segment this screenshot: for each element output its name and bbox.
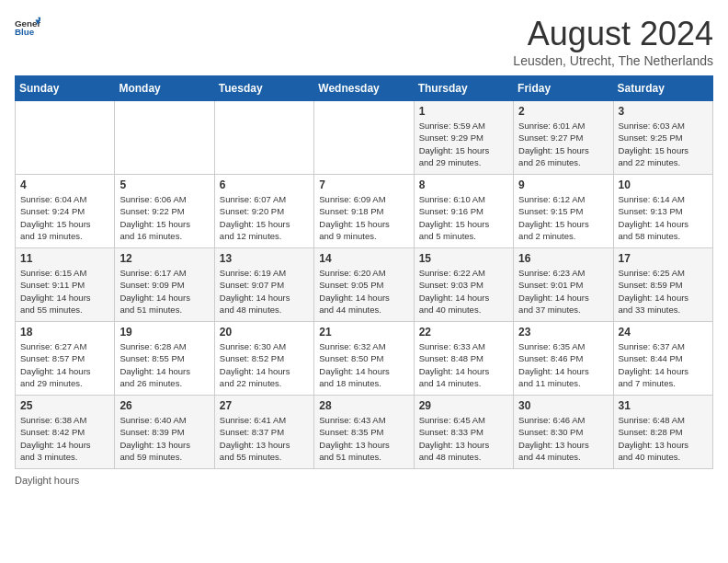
calendar-day-cell: 5Sunrise: 6:06 AMSunset: 9:22 PMDaylight… — [115, 175, 214, 248]
day-info: Sunrise: 6:06 AMSunset: 9:22 PMDaylight:… — [119, 193, 209, 242]
calendar-day-cell: 11Sunrise: 6:15 AMSunset: 9:11 PMDayligh… — [16, 248, 115, 322]
calendar-day-cell: 26Sunrise: 6:40 AMSunset: 8:39 PMDayligh… — [115, 396, 214, 469]
calendar-table: SundayMondayTuesdayWednesdayThursdayFrid… — [15, 75, 713, 469]
day-number: 1 — [419, 105, 508, 118]
calendar-day-cell: 7Sunrise: 6:09 AMSunset: 9:18 PMDaylight… — [314, 175, 414, 248]
day-number: 12 — [119, 252, 209, 265]
day-number: 14 — [319, 252, 408, 265]
day-info: Sunrise: 6:30 AMSunset: 8:52 PMDaylight:… — [220, 340, 309, 389]
calendar-day-header: Sunday — [16, 76, 115, 101]
day-info: Sunrise: 6:35 AMSunset: 8:46 PMDaylight:… — [518, 340, 608, 389]
calendar-day-cell: 17Sunrise: 6:25 AMSunset: 8:59 PMDayligh… — [613, 248, 712, 322]
calendar-day-cell: 10Sunrise: 6:14 AMSunset: 9:13 PMDayligh… — [613, 175, 712, 248]
day-info: Sunrise: 6:01 AMSunset: 9:27 PMDaylight:… — [518, 120, 608, 168]
calendar-day-cell — [16, 101, 115, 175]
calendar-day-cell: 3Sunrise: 6:03 AMSunset: 9:25 PMDaylight… — [613, 101, 712, 175]
day-info: Sunrise: 6:22 AMSunset: 9:03 PMDaylight:… — [419, 267, 508, 316]
day-number: 18 — [20, 326, 109, 339]
day-number: 4 — [20, 178, 109, 191]
day-info: Sunrise: 5:59 AMSunset: 9:29 PMDaylight:… — [419, 120, 508, 168]
day-number: 31 — [619, 399, 708, 412]
day-info: Sunrise: 6:07 AMSunset: 9:20 PMDaylight:… — [220, 193, 309, 242]
calendar-day-cell: 25Sunrise: 6:38 AMSunset: 8:42 PMDayligh… — [16, 396, 115, 469]
calendar-day-cell: 8Sunrise: 6:10 AMSunset: 9:16 PMDaylight… — [414, 175, 513, 248]
day-number: 13 — [220, 252, 309, 265]
calendar-day-cell — [214, 101, 313, 175]
day-info: Sunrise: 6:27 AMSunset: 8:57 PMDaylight:… — [20, 340, 109, 389]
calendar-day-cell: 16Sunrise: 6:23 AMSunset: 9:01 PMDayligh… — [514, 248, 613, 322]
calendar-day-cell: 19Sunrise: 6:28 AMSunset: 8:55 PMDayligh… — [115, 322, 214, 396]
calendar-day-cell: 31Sunrise: 6:48 AMSunset: 8:28 PMDayligh… — [613, 396, 712, 469]
logo-icon: General Blue — [15, 15, 40, 40]
day-info: Sunrise: 6:15 AMSunset: 9:11 PMDaylight:… — [20, 267, 109, 316]
day-info: Sunrise: 6:23 AMSunset: 9:01 PMDaylight:… — [518, 267, 608, 316]
calendar-day-cell — [314, 101, 414, 175]
day-number: 17 — [619, 252, 708, 265]
day-info: Sunrise: 6:20 AMSunset: 9:05 PMDaylight:… — [319, 267, 408, 316]
day-number: 2 — [518, 105, 608, 118]
calendar-day-cell: 27Sunrise: 6:41 AMSunset: 8:37 PMDayligh… — [214, 396, 313, 469]
calendar-day-cell: 18Sunrise: 6:27 AMSunset: 8:57 PMDayligh… — [16, 322, 115, 396]
calendar-day-cell: 4Sunrise: 6:04 AMSunset: 9:24 PMDaylight… — [16, 175, 115, 248]
calendar-week-row: 1Sunrise: 5:59 AMSunset: 9:29 PMDaylight… — [16, 101, 713, 175]
calendar-day-cell: 24Sunrise: 6:37 AMSunset: 8:44 PMDayligh… — [613, 322, 712, 396]
day-number: 15 — [419, 252, 508, 265]
day-info: Sunrise: 6:04 AMSunset: 9:24 PMDaylight:… — [20, 193, 109, 242]
day-number: 28 — [319, 399, 408, 412]
day-number: 21 — [319, 326, 408, 339]
calendar-day-cell: 14Sunrise: 6:20 AMSunset: 9:05 PMDayligh… — [314, 248, 414, 322]
daylight-label: Daylight hours — [15, 475, 79, 486]
calendar-day-cell: 13Sunrise: 6:19 AMSunset: 9:07 PMDayligh… — [214, 248, 313, 322]
day-info: Sunrise: 6:19 AMSunset: 9:07 PMDaylight:… — [220, 267, 309, 316]
page-header: General Blue August 2024 Leusden, Utrech… — [15, 15, 713, 68]
day-info: Sunrise: 6:32 AMSunset: 8:50 PMDaylight:… — [319, 340, 408, 389]
day-number: 5 — [119, 178, 209, 191]
day-number: 30 — [518, 399, 608, 412]
calendar-day-header: Monday — [115, 76, 214, 101]
day-info: Sunrise: 6:43 AMSunset: 8:35 PMDaylight:… — [319, 414, 408, 463]
day-info: Sunrise: 6:09 AMSunset: 9:18 PMDaylight:… — [319, 193, 408, 242]
calendar-day-header: Saturday — [613, 76, 712, 101]
day-number: 19 — [119, 326, 209, 339]
calendar-header-row: SundayMondayTuesdayWednesdayThursdayFrid… — [16, 76, 713, 101]
day-info: Sunrise: 6:17 AMSunset: 9:09 PMDaylight:… — [119, 267, 209, 316]
day-info: Sunrise: 6:46 AMSunset: 8:30 PMDaylight:… — [518, 414, 608, 463]
day-info: Sunrise: 6:14 AMSunset: 9:13 PMDaylight:… — [619, 193, 708, 242]
calendar-day-cell: 30Sunrise: 6:46 AMSunset: 8:30 PMDayligh… — [514, 396, 613, 469]
calendar-week-row: 4Sunrise: 6:04 AMSunset: 9:24 PMDaylight… — [16, 175, 713, 248]
day-number: 3 — [619, 105, 708, 118]
day-info: Sunrise: 6:28 AMSunset: 8:55 PMDaylight:… — [119, 340, 209, 389]
title-block: August 2024 Leusden, Utrecht, The Nether… — [513, 15, 713, 68]
day-info: Sunrise: 6:41 AMSunset: 8:37 PMDaylight:… — [220, 414, 309, 463]
day-number: 8 — [419, 178, 508, 191]
location-subtitle: Leusden, Utrecht, The Netherlands — [513, 53, 713, 68]
calendar-day-cell: 1Sunrise: 5:59 AMSunset: 9:29 PMDaylight… — [414, 101, 513, 175]
calendar-day-cell: 29Sunrise: 6:45 AMSunset: 8:33 PMDayligh… — [414, 396, 513, 469]
calendar-day-cell — [115, 101, 214, 175]
calendar-day-cell: 9Sunrise: 6:12 AMSunset: 9:15 PMDaylight… — [514, 175, 613, 248]
day-info: Sunrise: 6:45 AMSunset: 8:33 PMDaylight:… — [419, 414, 508, 463]
day-number: 10 — [619, 178, 708, 191]
month-title: August 2024 — [513, 15, 713, 53]
calendar-week-row: 18Sunrise: 6:27 AMSunset: 8:57 PMDayligh… — [16, 322, 713, 396]
day-info: Sunrise: 6:37 AMSunset: 8:44 PMDaylight:… — [619, 340, 708, 389]
calendar-day-cell: 23Sunrise: 6:35 AMSunset: 8:46 PMDayligh… — [514, 322, 613, 396]
day-number: 24 — [619, 326, 708, 339]
calendar-day-cell: 6Sunrise: 6:07 AMSunset: 9:20 PMDaylight… — [214, 175, 313, 248]
calendar-day-cell: 28Sunrise: 6:43 AMSunset: 8:35 PMDayligh… — [314, 396, 414, 469]
calendar-day-cell: 15Sunrise: 6:22 AMSunset: 9:03 PMDayligh… — [414, 248, 513, 322]
calendar-day-header: Thursday — [414, 76, 513, 101]
day-number: 27 — [220, 399, 309, 412]
calendar-day-header: Friday — [514, 76, 613, 101]
calendar-day-header: Wednesday — [314, 76, 414, 101]
svg-text:Blue: Blue — [15, 27, 35, 37]
day-number: 20 — [220, 326, 309, 339]
day-number: 23 — [518, 326, 608, 339]
logo: General Blue — [15, 15, 40, 40]
calendar-day-cell: 20Sunrise: 6:30 AMSunset: 8:52 PMDayligh… — [214, 322, 313, 396]
day-info: Sunrise: 6:25 AMSunset: 8:59 PMDaylight:… — [619, 267, 708, 316]
calendar-day-cell: 22Sunrise: 6:33 AMSunset: 8:48 PMDayligh… — [414, 322, 513, 396]
day-number: 26 — [119, 399, 209, 412]
day-info: Sunrise: 6:12 AMSunset: 9:15 PMDaylight:… — [518, 193, 608, 242]
day-info: Sunrise: 6:40 AMSunset: 8:39 PMDaylight:… — [119, 414, 209, 463]
